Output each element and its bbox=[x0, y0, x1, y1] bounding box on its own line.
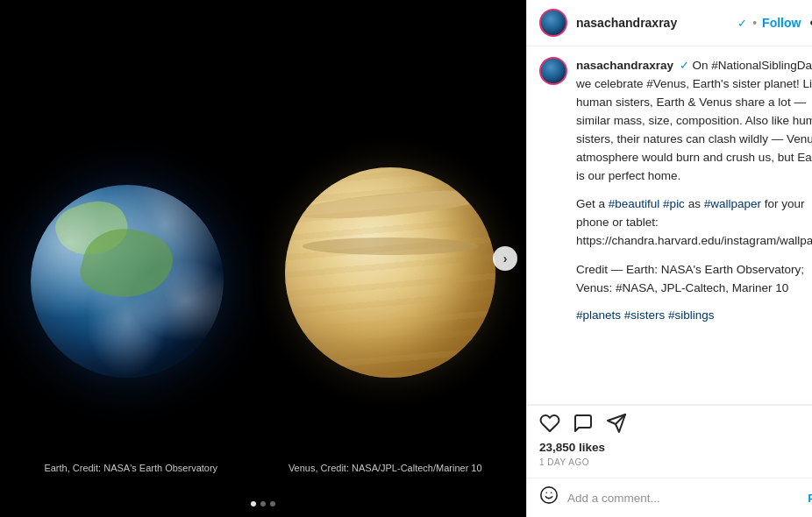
hashtag-planets[interactable]: #planets bbox=[576, 308, 621, 322]
dot-2 bbox=[260, 501, 266, 506]
chevron-right-icon: › bbox=[503, 251, 508, 266]
comment-input-area: Post bbox=[527, 478, 812, 517]
earth-caption: Earth, Credit: NASA's Earth Observatory bbox=[44, 463, 217, 473]
avatar bbox=[539, 9, 567, 37]
heart-icon bbox=[539, 413, 560, 434]
dot-3 bbox=[270, 501, 275, 506]
dot-separator: • bbox=[752, 16, 757, 30]
caption-paragraph2: Get a #beautiful #pic as #wallpaper for … bbox=[576, 195, 812, 251]
comment-button[interactable] bbox=[573, 413, 594, 434]
share-icon bbox=[606, 413, 627, 434]
post-image-panel: Earth, Credit: NASA's Earth Observatory … bbox=[0, 0, 526, 517]
emoji-button[interactable] bbox=[539, 485, 559, 510]
hashtag-siblings[interactable]: #siblings bbox=[668, 308, 715, 322]
comment-icon bbox=[573, 413, 594, 434]
svg-point-2 bbox=[541, 487, 557, 503]
right-panel: nasachandraxray ✓ • Follow ••• nasachand… bbox=[526, 0, 812, 517]
venus-bands bbox=[285, 167, 495, 378]
pic-link[interactable]: #pic bbox=[663, 197, 685, 210]
earth-planet bbox=[31, 185, 224, 378]
username-label[interactable]: nasachandraxray bbox=[576, 16, 735, 30]
next-arrow[interactable]: › bbox=[493, 246, 517, 271]
beautiful-link[interactable]: #beautiful bbox=[609, 197, 660, 210]
dot-1 bbox=[251, 501, 256, 506]
caption-body: nasachandraxray ✓ On #NationalSiblingDay… bbox=[576, 57, 812, 325]
wallpaper-link[interactable]: #wallpaper bbox=[704, 197, 761, 210]
time-ago: 1 DAY AGO bbox=[539, 457, 812, 467]
venus-wrapper bbox=[285, 132, 495, 385]
like-button[interactable] bbox=[539, 413, 560, 434]
post-header: nasachandraxray ✓ • Follow ••• bbox=[527, 0, 812, 46]
share-button[interactable] bbox=[606, 413, 627, 434]
caption-verified: ✓ bbox=[676, 59, 689, 72]
post-comment-button[interactable]: Post bbox=[808, 492, 812, 505]
likes-count: 23,850 likes bbox=[539, 441, 812, 454]
follow-button[interactable]: Follow bbox=[762, 16, 801, 30]
caption-username[interactable]: nasachandraxray bbox=[576, 59, 673, 72]
verified-badge: ✓ bbox=[737, 17, 747, 30]
caption-hashtags: #planets #sisters #siblings bbox=[576, 307, 812, 325]
earth-clouds bbox=[31, 185, 224, 378]
caption-credit: Credit — Earth: NASA's Earth Observatory… bbox=[576, 261, 812, 298]
planets-image bbox=[0, 0, 526, 517]
venus-planet bbox=[285, 167, 495, 378]
url-text: https://chandra.harvard.edu/instagram/wa… bbox=[576, 234, 812, 247]
commenter-avatar bbox=[539, 57, 567, 85]
slide-dots bbox=[251, 501, 275, 506]
venus-caption: Venus, Credit: NASA/JPL-Caltech/Mariner … bbox=[288, 463, 482, 473]
action-icons-row bbox=[539, 413, 812, 434]
caption-block: nasachandraxray ✓ On #NationalSiblingDay… bbox=[539, 57, 812, 325]
comment-input[interactable] bbox=[567, 492, 799, 505]
actions-bar: 23,850 likes 1 DAY AGO bbox=[527, 405, 812, 478]
emoji-icon-svg bbox=[539, 485, 559, 505]
hashtag-sisters[interactable]: #sisters bbox=[624, 308, 666, 322]
earth-wrapper bbox=[31, 132, 224, 385]
caption-area: nasachandraxray ✓ On #NationalSiblingDay… bbox=[527, 46, 812, 405]
caption-intro: On #NationalSiblingDay, we celebrate #Ve… bbox=[576, 59, 812, 182]
